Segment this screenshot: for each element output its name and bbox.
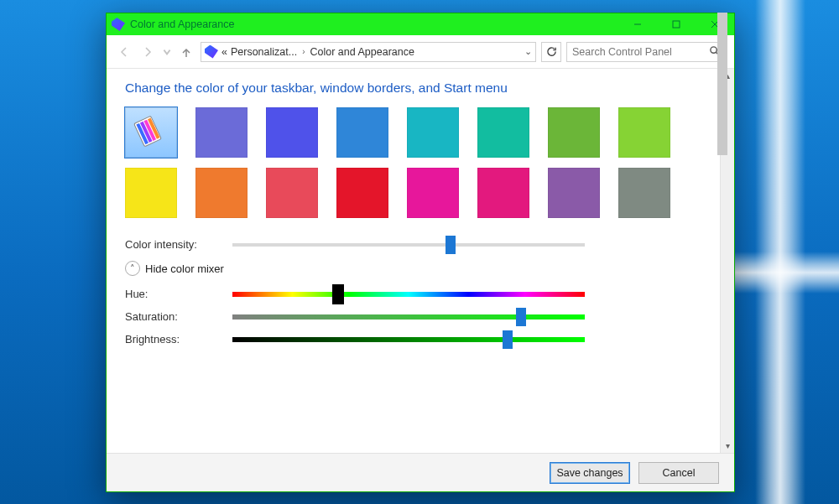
close-button[interactable] [696, 13, 734, 35]
save-changes-button[interactable]: Save changes [550, 462, 630, 484]
scroll-down-button[interactable]: ▾ [721, 439, 734, 453]
search-input[interactable]: Search Control Panel [566, 42, 726, 62]
personalization-icon [112, 18, 125, 31]
back-button[interactable] [115, 43, 133, 61]
hue-label: Hue: [125, 288, 232, 300]
address-bar[interactable]: « Personalizat... › Color and Appearance… [201, 42, 536, 62]
hide-color-mixer-toggle[interactable]: ˄ Hide color mixer [125, 261, 701, 276]
vertical-scrollbar[interactable]: ▴ ▾ [720, 69, 734, 453]
color-swatch-automatic[interactable] [125, 107, 177, 158]
chevron-right-icon[interactable]: › [302, 47, 305, 56]
brightness-slider[interactable] [232, 334, 585, 346]
svg-point-5 [711, 46, 717, 52]
page-title: Change the color of your taskbar, window… [125, 81, 701, 96]
svg-rect-1 [673, 21, 680, 28]
breadcrumb[interactable]: Personalizat... [231, 46, 297, 58]
color-intensity-slider[interactable] [232, 239, 585, 251]
window-title: Color and Appearance [130, 18, 234, 30]
color-swatch-blue[interactable] [336, 107, 388, 158]
color-swatch-magenta[interactable] [407, 168, 459, 218]
color-swatch-yellow[interactable] [125, 168, 177, 218]
mixer-toggle-label: Hide color mixer [145, 262, 224, 275]
saturation-slider[interactable] [232, 311, 585, 323]
search-placeholder: Search Control Panel [572, 46, 672, 58]
brightness-label: Brightness: [125, 333, 232, 346]
dialog-footer: Save changes Cancel [107, 453, 734, 491]
forward-button[interactable] [138, 43, 157, 61]
color-swatch-pink[interactable] [477, 168, 529, 218]
recent-locations-button[interactable] [162, 43, 172, 61]
color-swatch-grid [125, 107, 701, 218]
minimize-button[interactable] [618, 13, 657, 35]
window-color-and-appearance: Color and Appearance « [106, 13, 735, 492]
color-swatch-coral[interactable] [266, 168, 318, 218]
maximize-button[interactable] [657, 13, 696, 35]
color-swatch-olive[interactable] [548, 107, 600, 158]
color-swatch-purple[interactable] [548, 168, 600, 218]
color-swatch-sea[interactable] [477, 107, 529, 158]
color-swatch-orange[interactable] [195, 168, 248, 218]
titlebar[interactable]: Color and Appearance [107, 13, 734, 35]
hue-slider[interactable] [232, 288, 585, 300]
color-swatch-indigo[interactable] [195, 107, 248, 158]
content-pane: Change the color of your taskbar, window… [107, 69, 720, 453]
breadcrumb[interactable]: Color and Appearance [310, 46, 414, 58]
scroll-thumb[interactable] [717, 13, 727, 155]
control-panel-icon [205, 45, 218, 59]
color-intensity-label: Color intensity: [125, 238, 232, 251]
refresh-button[interactable] [541, 42, 561, 62]
color-swatch-violetblue[interactable] [266, 107, 318, 158]
breadcrumb-ellipsis: « [221, 46, 227, 58]
cancel-button[interactable]: Cancel [638, 462, 719, 484]
saturation-label: Saturation: [125, 310, 232, 323]
chevron-down-icon[interactable]: ⌄ [524, 46, 532, 57]
chevron-up-icon: ˄ [125, 261, 140, 276]
color-swatch-red[interactable] [336, 168, 388, 218]
color-swatch-teal[interactable] [407, 107, 459, 158]
color-swatch-gray[interactable] [618, 168, 670, 218]
color-swatch-lime[interactable] [618, 107, 670, 158]
explorer-navbar: « Personalizat... › Color and Appearance… [107, 35, 734, 69]
up-button[interactable] [177, 43, 195, 61]
